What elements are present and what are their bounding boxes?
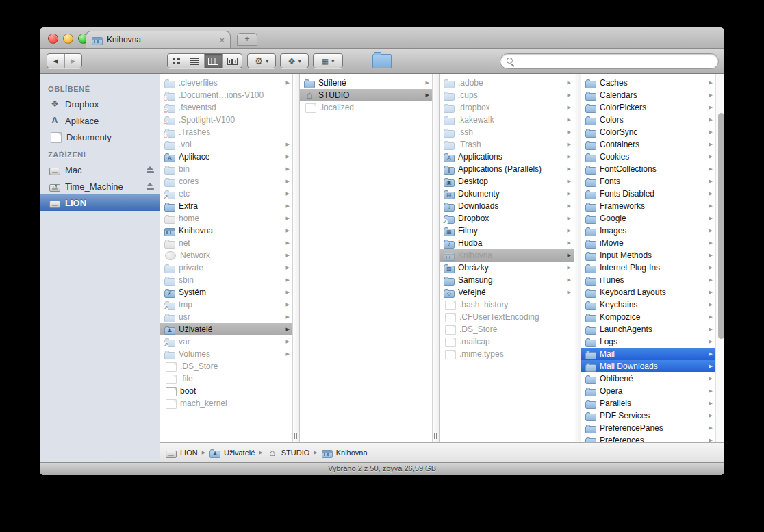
list-item[interactable]: Systém▶ [160, 286, 292, 299]
list-item[interactable]: LaunchAgents▶ [581, 323, 715, 335]
list-item[interactable]: Uživatelé▶ [160, 323, 292, 335]
list-item[interactable]: .vol▶ [160, 138, 292, 151]
list-item[interactable]: ColorSync▶ [581, 126, 715, 138]
list-item[interactable]: ⌂STUDIO▶ [300, 89, 432, 101]
sidebar-item-dropbox[interactable]: ❖Dropbox [40, 96, 160, 112]
list-item[interactable]: Filmy▶ [440, 225, 574, 237]
icon-view-button[interactable] [168, 54, 186, 68]
list-item[interactable]: private▶ [160, 262, 292, 274]
list-item[interactable]: ColorPickers▶ [581, 101, 715, 114]
list-item[interactable]: Obrázky▶ [440, 262, 574, 274]
list-item[interactable]: .file [160, 372, 292, 385]
list-item[interactable]: Fonts Disabled▶ [581, 188, 715, 200]
list-item[interactable]: PDF Services▶ [581, 409, 715, 422]
list-item[interactable]: Aplikace▶ [160, 151, 292, 163]
list-item[interactable]: ↗var▶ [160, 335, 292, 348]
list-item[interactable]: Colors▶ [581, 114, 715, 126]
scrollbar-track[interactable] [715, 74, 724, 442]
list-item[interactable]: .mime.types [440, 348, 574, 360]
path-item-studio[interactable]: ⌂STUDIO [267, 447, 310, 458]
list-item[interactable]: Knihovna▶ [160, 225, 292, 237]
column-resize-handle[interactable] [574, 74, 581, 442]
list-item[interactable]: Keychains▶ [581, 299, 715, 311]
list-item[interactable]: sbin▶ [160, 274, 292, 286]
dropbox-menu-button[interactable]: ❖ ▾ [280, 53, 309, 68]
list-item[interactable]: Images▶ [581, 225, 715, 237]
list-item[interactable]: Google▶ [581, 212, 715, 225]
search-input[interactable] [518, 55, 713, 66]
path-item-lion[interactable]: LION [166, 448, 198, 458]
list-item[interactable]: usr▶ [160, 311, 292, 323]
list-item[interactable]: ⊖.fseventsd [160, 101, 292, 114]
list-item[interactable]: Caches▶ [581, 77, 715, 89]
list-item[interactable]: iMovie▶ [581, 237, 715, 249]
list-item[interactable]: Opera▶ [581, 385, 715, 397]
list-item[interactable]: Input Methods▶ [581, 249, 715, 262]
list-item[interactable]: Cookies▶ [581, 151, 715, 163]
sidebar-item-lion[interactable]: LION [40, 194, 160, 211]
list-item[interactable]: .cleverfiles▶ [160, 77, 292, 89]
minimize-window-button[interactable] [63, 34, 73, 44]
list-item[interactable]: Knihovna▶ [440, 249, 574, 262]
forward-button[interactable]: ▶ [65, 54, 82, 68]
list-item[interactable]: .CFUserTextEncoding [440, 311, 574, 323]
list-item[interactable]: Sdílené▶ [300, 77, 432, 89]
list-item[interactable]: Network▶ [160, 249, 292, 262]
list-item[interactable]: PreferencePanes▶ [581, 422, 715, 434]
list-view-button[interactable] [186, 54, 205, 68]
path-item-knihovna[interactable]: Knihovna [322, 448, 368, 458]
list-item[interactable]: net▶ [160, 237, 292, 249]
list-item[interactable]: Frameworks▶ [581, 200, 715, 212]
search-field[interactable] [500, 53, 719, 69]
list-item[interactable]: .cups▶ [440, 89, 574, 101]
list-item[interactable]: Mail▶ [581, 348, 715, 360]
list-item[interactable]: ↗tmp▶ [160, 299, 292, 311]
eject-icon[interactable] [147, 183, 154, 190]
eject-icon[interactable] [147, 166, 154, 173]
sidebar-item-dokumenty[interactable]: Dokumenty [40, 129, 160, 145]
action-menu-button[interactable]: ⚙ ▾ [247, 53, 276, 68]
list-item[interactable]: ↗etc▶ [160, 188, 292, 200]
list-item[interactable]: .ssh▶ [440, 126, 574, 138]
list-item[interactable]: .bash_history [440, 299, 574, 311]
list-item[interactable]: Extra▶ [160, 200, 292, 212]
list-item[interactable]: Applications (Parallels)▶ [440, 163, 574, 175]
list-item[interactable]: ⊖.Trashes [160, 126, 292, 138]
list-item[interactable]: Keyboard Layouts▶ [581, 286, 715, 299]
list-item[interactable]: ✓Dropbox▶ [440, 212, 574, 225]
new-tab-button[interactable]: + [237, 33, 257, 46]
list-item[interactable]: Volumes▶ [160, 348, 292, 360]
column-view-button[interactable] [205, 54, 224, 68]
coverflow-view-button[interactable] [223, 54, 242, 68]
tab-knihovna[interactable]: Knihovna × [86, 31, 231, 48]
list-item[interactable]: Internet Plug-Ins▶ [581, 262, 715, 274]
list-item[interactable]: mach_kernel [160, 397, 292, 409]
sidebar-item-time_machine[interactable]: Time_Machine [40, 178, 160, 194]
list-item[interactable]: Mail Downloads▶ [581, 360, 715, 372]
back-button[interactable]: ◀ [47, 54, 65, 68]
list-item[interactable]: Parallels▶ [581, 397, 715, 409]
list-item[interactable]: boot [160, 385, 292, 397]
list-item[interactable]: Applications▶ [440, 151, 574, 163]
list-item[interactable]: Containers▶ [581, 138, 715, 151]
list-item[interactable]: .mailcap [440, 335, 574, 348]
path-item-uživatelé[interactable]: Uživatelé [209, 448, 255, 458]
list-item[interactable]: Logs▶ [581, 335, 715, 348]
list-item[interactable]: .Trash▶ [440, 138, 574, 151]
sidebar-item-mac[interactable]: Mac [40, 162, 160, 178]
tab-close-icon[interactable]: × [219, 36, 225, 45]
list-item[interactable]: Calendars▶ [581, 89, 715, 101]
list-item[interactable]: bin▶ [160, 163, 292, 175]
list-item[interactable]: Kompozice▶ [581, 311, 715, 323]
sidebar-item-aplikace[interactable]: AAplikace [40, 112, 160, 129]
list-item[interactable]: Downloads▶ [440, 200, 574, 212]
list-item[interactable]: Veřejné▶ [440, 286, 574, 299]
list-item[interactable]: Fonts▶ [581, 175, 715, 188]
column-resize-handle[interactable] [292, 74, 300, 442]
list-item[interactable]: .adobe▶ [440, 77, 574, 89]
proxy-folder-icon[interactable] [372, 54, 392, 68]
list-item[interactable]: ⊖.Document…ions-V100 [160, 89, 292, 101]
list-item[interactable]: Hudba▶ [440, 237, 574, 249]
list-item[interactable]: ⊖.Spotlight-V100 [160, 114, 292, 126]
list-item[interactable]: .dropbox▶ [440, 101, 574, 114]
